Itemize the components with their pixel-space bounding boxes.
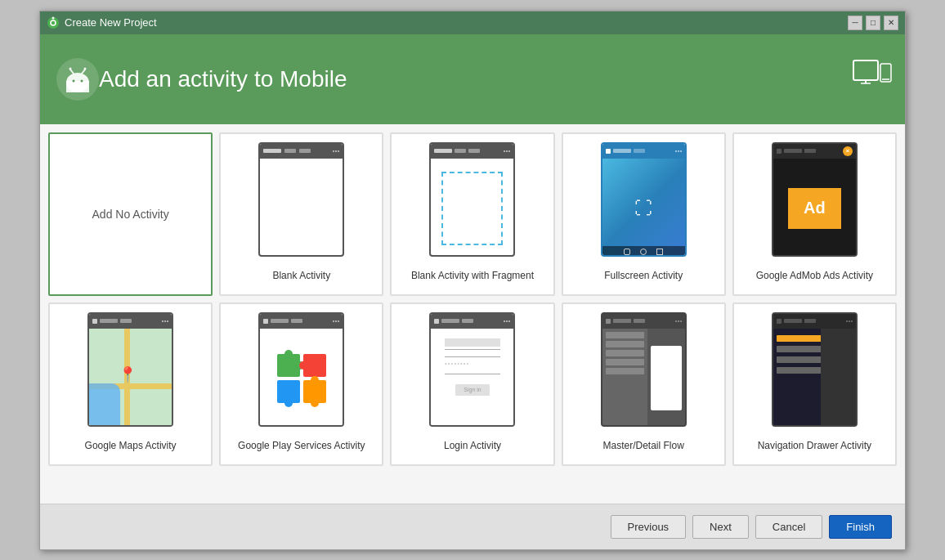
blank-fragment-preview xyxy=(392,134,553,265)
admob-phone-mock: × Ad xyxy=(772,142,858,257)
maximize-button[interactable]: □ xyxy=(866,16,880,30)
fullscreen-label: Fullscreen Activity xyxy=(601,270,686,281)
card-fullscreen-activity[interactable]: ⛶ Fullscreen Activity xyxy=(562,132,726,296)
nav-drawer-label: Navigation Drawer Activity xyxy=(755,440,875,451)
svg-line-8 xyxy=(82,69,85,74)
play-services-label: Google Play Services Activity xyxy=(235,440,368,451)
monitor-phone-icon xyxy=(853,60,892,99)
next-button[interactable]: Next xyxy=(692,515,749,539)
blank-fragment-label: Blank Activity with Fragment xyxy=(408,270,537,281)
login-label: Login Activity xyxy=(441,440,504,451)
maps-phone-mock: 📍 xyxy=(87,312,173,427)
svg-point-9 xyxy=(69,67,72,69)
blank-activity-preview xyxy=(221,134,382,265)
master-detail-preview xyxy=(563,304,724,435)
card-play-services-activity[interactable]: Google Play Services Activity xyxy=(219,302,383,466)
card-blank-fragment-activity[interactable]: Blank Activity with Fragment xyxy=(390,132,554,296)
card-blank-activity[interactable]: Blank Activity xyxy=(219,132,383,296)
blank-activity-label: Blank Activity xyxy=(269,270,334,281)
title-bar: Create New Project ─ □ ✕ xyxy=(40,11,905,34)
admob-preview: × Ad xyxy=(734,134,895,265)
card-master-detail-flow[interactable]: Master/Detail Flow xyxy=(562,302,726,466)
login-preview: •••••••• Sign in xyxy=(392,304,553,435)
login-phone-mock: •••••••• Sign in xyxy=(429,312,515,427)
title-bar-controls: ─ □ ✕ xyxy=(848,16,898,30)
svg-point-26 xyxy=(311,399,319,407)
header-logo xyxy=(56,58,99,101)
play-services-preview xyxy=(221,304,382,435)
blank-phone-mock xyxy=(258,142,344,257)
add-no-activity-label: Add No Activity xyxy=(92,208,169,221)
puzzle-svg xyxy=(273,350,330,407)
svg-point-2 xyxy=(52,16,55,19)
android-logo-svg xyxy=(61,63,94,96)
close-button[interactable]: ✕ xyxy=(884,16,898,30)
card-add-no-activity[interactable]: Add No Activity xyxy=(48,132,213,296)
card-maps-activity[interactable]: 📍 Google Maps Activity xyxy=(48,302,213,466)
card-login-activity[interactable]: •••••••• Sign in Login Activity xyxy=(390,302,554,466)
footer: Previous Next Cancel Finish xyxy=(40,504,905,549)
header: Add an activity to Mobile xyxy=(40,34,905,124)
activity-grid: Add No Activity xyxy=(48,132,897,466)
svg-point-21 xyxy=(299,361,307,370)
svg-point-18 xyxy=(284,350,293,358)
title-bar-text: Create New Project xyxy=(65,16,157,29)
card-navigation-drawer-activity[interactable]: Navigation Drawer Activity xyxy=(732,302,897,466)
content-area: Add No Activity xyxy=(40,124,905,504)
previous-button[interactable]: Previous xyxy=(611,515,687,539)
svg-point-25 xyxy=(311,376,319,384)
svg-rect-4 xyxy=(66,81,89,92)
fullscreen-phone-mock: ⛶ xyxy=(601,142,687,257)
svg-rect-11 xyxy=(853,60,878,80)
svg-point-6 xyxy=(81,79,83,82)
main-window: Create New Project ─ □ ✕ Add an activit xyxy=(39,11,906,550)
master-detail-label: Master/Detail Flow xyxy=(600,440,687,451)
card-admob-activity[interactable]: × Ad Google AdMob Ads Activity xyxy=(732,132,897,296)
fullscreen-preview: ⛶ xyxy=(563,134,724,265)
android-studio-icon xyxy=(47,16,60,29)
svg-line-7 xyxy=(70,69,74,74)
svg-point-10 xyxy=(84,67,87,69)
title-bar-left: Create New Project xyxy=(47,16,157,29)
play-phone-mock xyxy=(258,312,344,427)
header-title: Add an activity to Mobile xyxy=(99,66,347,92)
minimize-button[interactable]: ─ xyxy=(848,16,862,30)
cancel-button[interactable]: Cancel xyxy=(755,515,822,539)
nav-drawer-preview xyxy=(734,304,895,435)
maps-label: Google Maps Activity xyxy=(82,440,180,451)
blank-fragment-phone-mock xyxy=(429,142,515,257)
admob-label: Google AdMob Ads Activity xyxy=(753,270,876,281)
svg-point-5 xyxy=(73,79,75,82)
svg-point-23 xyxy=(284,399,293,407)
nav-phone-mock xyxy=(772,312,858,427)
finish-button[interactable]: Finish xyxy=(829,515,892,539)
maps-preview: 📍 xyxy=(50,304,211,435)
master-phone-mock xyxy=(601,312,687,427)
